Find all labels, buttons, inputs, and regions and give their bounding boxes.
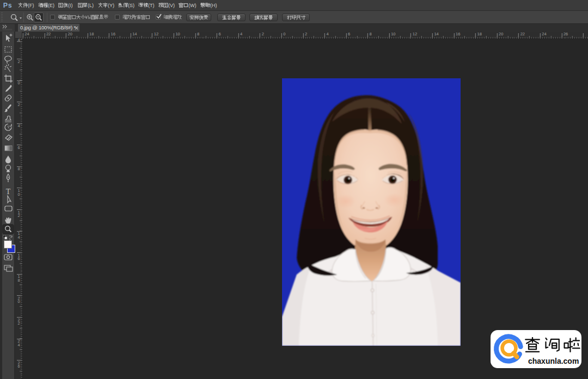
svg-text:T: T <box>6 188 11 196</box>
